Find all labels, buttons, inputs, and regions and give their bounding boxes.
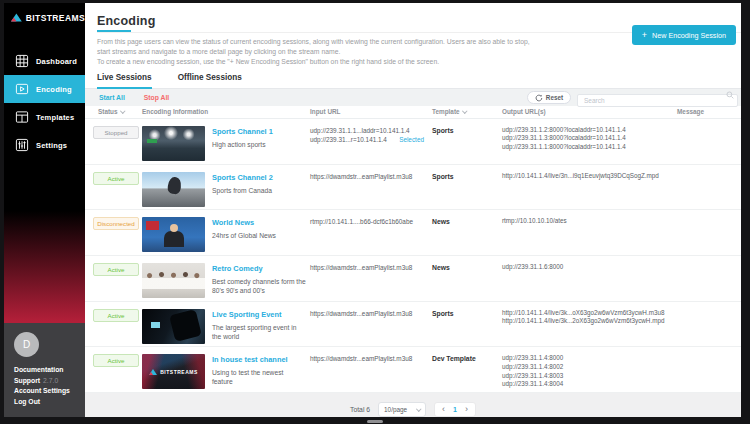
input-url: udp://239.31.1.1...laddr=10.141.1.4 (310, 126, 424, 136)
pagination-total: Total 6 (350, 406, 370, 413)
previous-page-button[interactable]: ‹ (442, 405, 445, 414)
brand-logo[interactable]: BITSTREAMS (4, 3, 85, 23)
status-badge: Active (93, 172, 139, 185)
toolbar-right: Reset (527, 89, 738, 107)
output-url: udp://239.31.1.4:8000 (502, 354, 671, 363)
channel-name-link[interactable]: Sports Channel 2 (212, 173, 273, 182)
encoding-play-icon (15, 82, 29, 96)
support-link[interactable]: Support2.7.0 (14, 376, 70, 387)
output-url: udp://239.31.1.6:8000 (502, 263, 671, 272)
brand-triangle-icon (149, 369, 157, 375)
output-url: udp://239.31.1.3:8000?localaddr=10.141.1… (502, 134, 671, 143)
channel-description: The largest sporting event in the world (212, 323, 306, 341)
pagination-strip: Total 6 10/page ‹ 1 › (85, 393, 741, 417)
main-content: Encoding From this page users can view t… (85, 3, 741, 417)
template-name: Dev Template (432, 354, 502, 362)
plus-icon: + (642, 31, 647, 40)
column-label: Input URL (310, 108, 341, 115)
tab-offline-sessions[interactable]: Offline Sessions (178, 73, 242, 88)
sidebar-item-settings[interactable]: Settings (4, 131, 85, 159)
sidebar-item-label: Templates (36, 113, 74, 122)
current-page[interactable]: 1 (453, 406, 457, 413)
tab-live-sessions[interactable]: Live Sessions (97, 73, 152, 88)
sidebar-item-label: Encoding (36, 85, 72, 94)
status-badge: Active (93, 354, 139, 367)
search-box (577, 89, 738, 107)
pager: ‹ 1 › (434, 402, 476, 417)
channel-thumbnail (142, 217, 205, 252)
channel-name-link[interactable]: In house test channel (212, 355, 306, 364)
title-accent-underline (97, 30, 131, 32)
channel-name-link[interactable]: Retro Comedy (212, 264, 306, 273)
chevron-down-icon (416, 406, 421, 411)
channel-thumbnail (142, 309, 205, 344)
thumbnail-brand-label: BITSTREAMS (160, 369, 198, 375)
channel-description: Sports from Canada (212, 186, 273, 195)
output-url: udp://239.31.1.4:8002 (502, 363, 671, 372)
output-url: udp://239.31.1.4:8004 (502, 380, 671, 389)
column-header-output-urls: Output URL(s) (502, 108, 677, 115)
input-url: https://dwamdstr...eamPlaylist.m3u8 (310, 309, 424, 319)
new-encoding-session-button[interactable]: + New Encoding Session (632, 25, 736, 45)
column-header-status[interactable]: Status (93, 108, 142, 115)
output-url: udp://239.31.1.4:8003 (502, 372, 671, 381)
reset-label: Reset (546, 94, 563, 101)
refresh-icon (535, 94, 543, 102)
template-name: News (432, 263, 502, 271)
templates-icon (15, 110, 29, 124)
input-url: rtmp://10.141.1....b66-dcf6c1b60abe (310, 217, 424, 227)
sidebar-item-templates[interactable]: Templates (4, 103, 85, 131)
description-line: start streams and navigate to a more det… (97, 47, 741, 57)
reset-button[interactable]: Reset (527, 91, 571, 104)
channel-name-link[interactable]: World News (212, 218, 276, 227)
input-url: https://dwamdstr...eamPlaylist.m3u8 (310, 263, 424, 273)
output-url: http://10.141.1.4/live/3k...2oX63go2w6wV… (502, 317, 671, 326)
search-icon (726, 91, 734, 99)
input-url: https://dwamdstr...eamPlaylist.m3u8 (310, 172, 424, 182)
output-url: udp://239.31.1.1:8000?localaddr=10.141.1… (502, 143, 671, 152)
column-label: Template (432, 108, 460, 115)
dashboard-icon (15, 54, 29, 68)
selected-link[interactable]: Selected (399, 135, 424, 145)
column-header-input-url: Input URL (310, 108, 432, 115)
avatar[interactable]: D (14, 332, 39, 357)
channel-thumbnail (142, 263, 205, 298)
account-settings-link[interactable]: Account Settings (14, 386, 70, 397)
template-name: Sports (432, 172, 502, 180)
column-label: Encoding Information (142, 108, 208, 115)
status-badge: Stopped (93, 126, 139, 139)
sidebar-item-encoding[interactable]: Encoding (4, 75, 85, 103)
channel-name-link[interactable]: Sports Channel 1 (212, 127, 273, 136)
channel-description: High action sports (212, 140, 273, 149)
support-version: 2.7.0 (43, 377, 58, 384)
stop-all-button[interactable]: Stop All (144, 94, 169, 101)
column-label: Message (677, 108, 704, 115)
per-page-value: 10/page (384, 406, 407, 413)
sidebar-footer: D Documentation Support2.7.0 Account Set… (4, 323, 85, 417)
sidebar-item-dashboard[interactable]: Dashboard (4, 47, 85, 75)
pagination: Total 6 10/page ‹ 1 › (350, 402, 476, 417)
sidebar-item-label: Settings (36, 141, 67, 150)
channel-thumbnail (142, 172, 205, 207)
output-url: udp://239.31.1.2:8000?localaddr=10.141.1… (502, 126, 671, 135)
settings-sliders-icon (15, 138, 29, 152)
sidebar-footer-links: Documentation Support2.7.0 Account Setti… (14, 365, 70, 407)
start-all-button[interactable]: Start All (99, 94, 125, 101)
news-anchor-figure (170, 224, 178, 232)
input-url: udp://239.31...r=10.141.1.4 (310, 135, 387, 145)
channel-name-link[interactable]: Live Sporting Event (212, 310, 306, 319)
description-line: To create a new encoding session, use th… (97, 57, 741, 67)
app: BITSTREAMS Dashboard (4, 3, 741, 417)
next-page-button[interactable]: › (465, 405, 468, 414)
documentation-link[interactable]: Documentation (14, 365, 70, 376)
log-out-link[interactable]: Log Out (14, 397, 70, 408)
per-page-select[interactable]: 10/page (378, 402, 426, 417)
page-title: Encoding (97, 14, 156, 28)
column-header-template[interactable]: Template (432, 108, 502, 115)
table-row: Active Live Sporting Event The largest s… (85, 302, 741, 348)
toolbar: Start All Stop All Reset (85, 89, 741, 106)
table-row: Stopped Sports Channel 1 High action spo… (85, 119, 741, 165)
bottom-scrollbar-thumb[interactable] (367, 420, 383, 423)
search-input[interactable] (577, 94, 738, 107)
template-name: News (432, 217, 502, 225)
